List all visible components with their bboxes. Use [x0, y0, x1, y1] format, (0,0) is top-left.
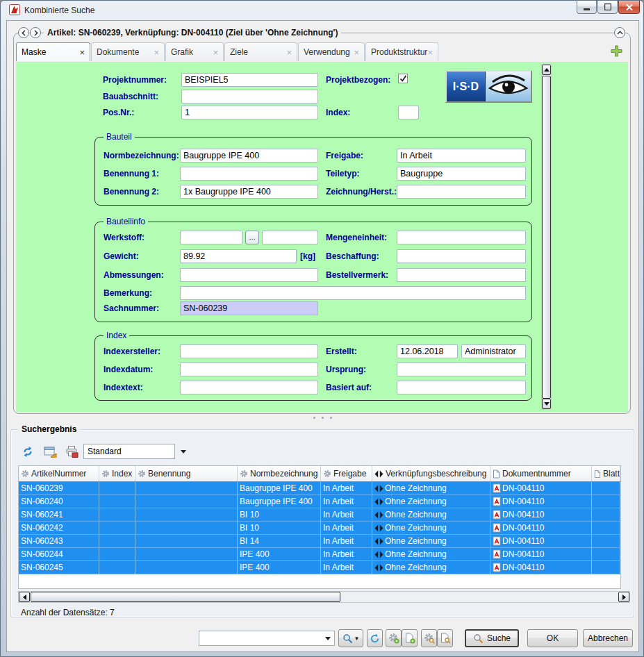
- table-row[interactable]: SN-060244IPE 400In ArbeitOhne ZeichnungD…: [19, 548, 620, 561]
- add-tab-button[interactable]: [611, 45, 622, 57]
- benennung1-field[interactable]: [180, 167, 318, 181]
- tab-dokumente[interactable]: Dokumente×: [91, 42, 165, 61]
- cell-normbezeichnung: BI 10: [238, 522, 321, 534]
- tab-close-icon[interactable]: ×: [79, 48, 85, 57]
- projektbezogen-checkbox[interactable]: [398, 74, 408, 83]
- basiert-field[interactable]: [397, 381, 526, 394]
- cell-normbezeichnung: Baugruppe IPE 400: [238, 495, 321, 508]
- tab-maske[interactable]: Maske×: [16, 42, 90, 61]
- document-search-icon: [440, 633, 451, 644]
- tab-close-icon[interactable]: ×: [213, 48, 218, 57]
- column-header-normbezeichnung[interactable]: Normbezeichnung: [238, 466, 321, 481]
- cell-verknuepfung: Ohne Zeichnung: [372, 535, 490, 547]
- projektnummer-field[interactable]: [181, 73, 318, 87]
- werkstoff-label: Werkstoff:: [104, 233, 145, 242]
- result-view-select[interactable]: Standard: [83, 444, 175, 459]
- sachnummer-label: Sachnummer:: [104, 303, 159, 313]
- splitter-handle[interactable]: [313, 417, 332, 419]
- refresh-button[interactable]: [367, 629, 383, 647]
- table-row[interactable]: SN-060242BI 10In ArbeitOhne ZeichnungDN-…: [19, 522, 620, 535]
- new-document-button[interactable]: [402, 629, 418, 647]
- werkstoff-browse-button[interactable]: ...: [245, 231, 259, 244]
- ursprung-field[interactable]: [397, 363, 526, 376]
- export-result-button[interactable]: [42, 443, 58, 460]
- zeichnung-field[interactable]: [397, 185, 526, 199]
- table-row[interactable]: SN-060243BI 14In ArbeitOhne ZeichnungDN-…: [19, 535, 620, 548]
- save-search-button[interactable]: ▼: [338, 629, 363, 647]
- scroll-up-button[interactable]: [542, 65, 551, 75]
- table-row[interactable]: SN-060239Baugruppe IPE 400In ArbeitOhne …: [19, 482, 620, 495]
- tab-produktstruktur[interactable]: Produktstruktur×: [365, 42, 438, 61]
- tab-ziele[interactable]: Ziele×: [224, 42, 297, 61]
- column-header-verknuepfungsbeschreibung[interactable]: Verknüpfungsbeschreibung: [372, 466, 490, 481]
- column-header-artikelnummer[interactable]: ArtikelNummer: [19, 466, 99, 481]
- scroll-left-button[interactable]: [19, 592, 30, 602]
- ok-button[interactable]: OK: [527, 629, 578, 647]
- column-header-freigabe[interactable]: Freigabe: [321, 466, 372, 481]
- suche-button[interactable]: Suche: [465, 629, 519, 647]
- column-header-index[interactable]: Index: [99, 466, 135, 481]
- indexersteller-field[interactable]: [180, 344, 318, 358]
- nav-forward-button[interactable]: [30, 27, 41, 38]
- scroll-right-button[interactable]: [618, 592, 629, 602]
- abbrechen-button[interactable]: Abbrechen: [583, 629, 633, 647]
- cell-benennung: [135, 535, 238, 547]
- tab-verwendung[interactable]: Verwendung×: [298, 42, 365, 61]
- column-header-dokumentnummer[interactable]: Dokumentnummer: [490, 466, 592, 481]
- bauabschnitt-field[interactable]: [181, 90, 318, 103]
- minimize-button[interactable]: [577, 1, 597, 14]
- tab-close-icon[interactable]: ×: [286, 48, 292, 57]
- footer-search-select[interactable]: [199, 631, 335, 646]
- table-row[interactable]: SN-060240Baugruppe IPE 400In ArbeitOhne …: [19, 495, 620, 508]
- tab-grafik[interactable]: Grafik×: [165, 42, 224, 61]
- mengeneinheit-field[interactable]: [397, 231, 526, 244]
- benennung2-field[interactable]: [180, 185, 318, 199]
- benennung2-label: Benennung 2:: [104, 187, 159, 197]
- column-header-blatt[interactable]: Blatt: [592, 466, 620, 481]
- beschaffung-field[interactable]: [397, 249, 526, 263]
- indexdatum-field[interactable]: [180, 363, 318, 376]
- werkstoff-field-a[interactable]: [180, 231, 242, 244]
- projektnummer-label: Projektnummer:: [103, 75, 167, 85]
- freigabe-field[interactable]: [397, 149, 526, 163]
- table-row[interactable]: SN-060241BI 10In ArbeitOhne ZeichnungDN-…: [19, 508, 620, 522]
- cell-verknuepfung: Ohne Zeichnung: [372, 482, 490, 494]
- column-header-benennung[interactable]: Benennung: [135, 466, 238, 481]
- tab-close-icon[interactable]: ×: [354, 48, 359, 57]
- result-view-dropdown-arrow-icon[interactable]: [181, 450, 186, 454]
- indextext-field[interactable]: [180, 381, 318, 394]
- refresh-results-button[interactable]: [19, 443, 36, 460]
- abmessungen-field[interactable]: [180, 268, 318, 282]
- cell-index: [99, 548, 135, 560]
- print-result-button[interactable]: [64, 443, 81, 460]
- tab-close-icon[interactable]: ×: [154, 48, 159, 57]
- result-table: ArtikelNummer Index Benennung Normbezeic…: [18, 465, 621, 589]
- collapse-button[interactable]: [614, 27, 625, 38]
- erstellt-datum-field[interactable]: [397, 344, 458, 358]
- cell-index: [99, 522, 135, 534]
- form-vertical-scrollbar[interactable]: [541, 64, 552, 410]
- close-button[interactable]: [618, 1, 640, 14]
- find-article-button[interactable]: [421, 629, 437, 647]
- normbezeichnung-field[interactable]: [180, 149, 318, 163]
- horizontal-scroll-thumb[interactable]: [31, 592, 340, 602]
- sachnummer-field[interactable]: [180, 301, 318, 315]
- maximize-button[interactable]: [597, 1, 618, 14]
- posnr-field[interactable]: [181, 106, 318, 119]
- find-document-button[interactable]: [437, 629, 453, 647]
- table-row[interactable]: SN-060245IPE 400In ArbeitOhne ZeichnungD…: [19, 561, 620, 574]
- vertical-scroll-thumb[interactable]: [542, 76, 551, 399]
- teiletyp-field[interactable]: [397, 167, 526, 181]
- cell-freigabe: In Arbeit: [321, 482, 372, 494]
- werkstoff-field-b[interactable]: [262, 231, 318, 244]
- new-article-button[interactable]: [386, 629, 402, 647]
- bemerkung-field[interactable]: [180, 286, 526, 300]
- result-horizontal-scrollbar[interactable]: [18, 591, 630, 603]
- erstellt-user-field[interactable]: [461, 344, 526, 358]
- bestellvermerk-field[interactable]: [397, 268, 526, 282]
- gewicht-field[interactable]: [180, 249, 297, 263]
- tab-close-icon[interactable]: ×: [427, 48, 433, 57]
- index-field[interactable]: [398, 106, 419, 119]
- nav-back-button[interactable]: [18, 27, 29, 38]
- scroll-down-button[interactable]: [542, 399, 551, 409]
